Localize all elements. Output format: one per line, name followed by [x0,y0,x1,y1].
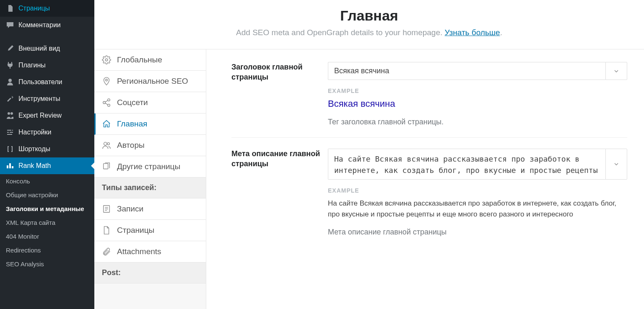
tab-label: Attachments [117,247,161,256]
sidebar-item-tools[interactable]: Инструменты [0,90,94,107]
sidebar-label: Страницы [18,5,50,12]
section-post-types: Типы записей: [94,178,206,198]
settings-tabs: Глобальные Региональное SEO Соцсети Глав… [94,49,206,309]
chevron-down-icon [613,161,620,167]
sidebar-label: Expert Review [18,112,62,119]
review-icon [6,111,14,120]
svg-rect-7 [104,164,108,169]
svg-point-6 [107,143,110,145]
tab-label: Записи [117,204,143,214]
plug-icon [6,61,14,70]
users-icon [102,141,111,150]
section-post: Post: [94,263,206,283]
sidebar-item-comments[interactable]: Комментарии [0,17,94,33]
submenu-sitemap[interactable]: XML Карта сайта [0,216,94,229]
sidebar-item-shortcodes[interactable]: Шорткоды [0,141,94,157]
sidebar-item-plugins[interactable]: Плагины [0,57,94,74]
example-label: EXAMPLE [328,187,627,194]
tab-social[interactable]: Соцсети [94,92,206,113]
sliders-icon [6,128,14,136]
sidebar-label: Шорткоды [18,145,50,153]
sidebar-label: Пользователи [18,78,62,86]
tab-global[interactable]: Глобальные [94,49,206,71]
tab-label: Другие страницы [117,162,180,171]
content-area: Главная Add SEO meta and OpenGraph detai… [94,0,644,309]
pages-icon [6,4,14,13]
location-icon [102,77,111,86]
tab-label: Авторы [117,141,145,150]
tab-authors[interactable]: Авторы [94,135,206,156]
submenu-general[interactable]: Общие настройки [0,188,94,202]
wrench-icon [6,95,14,103]
attachment-icon [102,247,111,256]
sidebar-label: Инструменты [18,95,60,103]
tab-posts[interactable]: Записи [94,198,206,220]
field-label: Заголовок главной страницы [231,62,324,126]
homepage-title-input[interactable] [328,62,605,80]
user-icon [6,78,14,86]
field-help: Тег заголовка главной страницы. [328,118,627,126]
example-title-preview: Всякая всячина [328,98,627,109]
sidebar-item-settings[interactable]: Настройки [0,124,94,141]
page-title: Главная [107,8,631,24]
svg-point-5 [104,142,107,145]
variables-dropdown[interactable] [605,62,627,80]
brush-icon [6,44,14,53]
sidebar-label: Плагины [18,62,46,69]
settings-panel: Заголовок главной страницы EXAMPLE Всяка… [206,49,644,309]
body-row: Глобальные Региональное SEO Соцсети Глав… [94,49,644,309]
comment-icon [6,21,14,29]
svg-point-2 [108,99,110,101]
svg-point-0 [105,59,108,61]
sidebar-item-pages[interactable]: Страницы [0,0,94,17]
sidebar-label: Настройки [18,129,51,136]
shortcode-icon [6,145,14,153]
tab-pages[interactable]: Страницы [94,220,206,241]
tab-label: Региональное SEO [117,77,188,86]
tab-homepage[interactable]: Главная [94,113,206,135]
sidebar-item-users[interactable]: Пользователи [0,74,94,90]
chevron-down-icon [613,68,620,75]
sidebar-item-appearance[interactable]: Внешний вид [0,40,94,57]
submenu-404[interactable]: 404 Monitor [0,229,94,243]
tab-misc-pages[interactable]: Другие страницы [94,156,206,178]
homepage-meta-textarea[interactable]: На сайте Всякая всячина рассказывается п… [328,149,605,180]
field-homepage-meta: Мета описание главной страницы На сайте … [231,149,627,247]
sidebar-label: Rank Math [18,162,51,170]
sidebar-label: Внешний вид [18,45,60,52]
sidebar-item-expert-review[interactable]: Expert Review [0,107,94,124]
learn-more-link[interactable]: Узнать больше [445,28,500,37]
submenu-console[interactable]: Консоль [0,174,94,188]
submenu-redirections[interactable]: Redirections [0,243,94,257]
example-meta-preview: На сайте Всякая всячина рассказывается п… [328,198,627,219]
share-icon [102,98,111,107]
page-subtitle: Add SEO meta and OpenGraph details to yo… [107,28,631,37]
svg-point-1 [106,79,108,81]
field-homepage-title: Заголовок главной страницы EXAMPLE Всяка… [231,62,627,138]
submenu-seo-analysis[interactable]: SEO Analysis [0,257,94,271]
svg-point-3 [103,101,106,104]
field-help: Мета описание главной страницы [328,228,627,237]
home-icon [102,119,111,129]
tab-label: Страницы [117,226,154,235]
sidebar-item-rank-math[interactable]: Rank Math [0,157,94,174]
page-icon [102,226,111,235]
tab-label: Главная [117,119,147,129]
gear-icon [102,55,111,64]
submenu-titles-meta[interactable]: Заголовки и метаданные [0,202,94,216]
field-label: Мета описание главной страницы [231,149,324,237]
variables-dropdown[interactable] [605,149,627,180]
sidebar-label: Комментарии [18,21,61,29]
tab-local-seo[interactable]: Региональное SEO [94,71,206,92]
page-header: Главная Add SEO meta and OpenGraph detai… [94,0,644,49]
rankmath-icon [6,162,14,170]
svg-point-4 [108,104,110,107]
tab-label: Соцсети [117,98,148,107]
admin-sidebar: Страницы Комментарии Внешний вид Плагины… [0,0,94,309]
tab-label: Глобальные [117,55,162,64]
example-label: EXAMPLE [328,88,627,94]
post-icon [102,204,111,214]
tab-attachments[interactable]: Attachments [94,241,206,263]
pages-stack-icon [102,162,111,171]
